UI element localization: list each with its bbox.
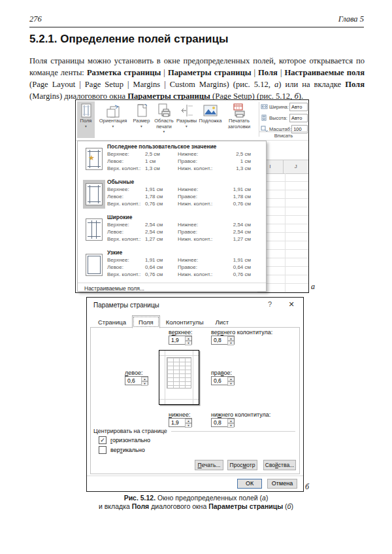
margin-preset-row: Левое:2,54 смПравое:2,54 см: [107, 228, 266, 235]
right-margin-label: правое:: [211, 370, 232, 376]
margin-preset-row: Верх. колонт.:1,3 смНижн. колонт.:1,3 см: [107, 165, 266, 172]
orientation-button[interactable]: Ориентация ▾: [96, 101, 130, 138]
spinner-down-icon[interactable]: ▼: [227, 423, 234, 428]
chevron-down-icon: ▾: [112, 124, 114, 128]
spinner-up-icon[interactable]: ▲: [141, 377, 148, 381]
spinner-arrows[interactable]: ▲▼: [185, 336, 191, 344]
ok-button[interactable]: ОК: [237, 479, 262, 489]
orientation-icon: [105, 103, 121, 118]
worksheet-gridline: [285, 173, 286, 292]
spinner-down-icon[interactable]: ▼: [141, 381, 148, 386]
spinner-arrows[interactable]: ▲▼: [185, 419, 191, 426]
chevron-down-icon: ▾: [85, 124, 87, 128]
horizontal-checkbox-label[interactable]: горизонтально: [110, 437, 150, 443]
running-head: 276 Глава 5: [29, 14, 364, 27]
spinner-down-icon[interactable]: ▼: [227, 341, 234, 345]
custom-margins-item[interactable]: Настраиваемые поля...: [78, 283, 266, 294]
spinner-arrows[interactable]: ▲▼: [227, 377, 234, 385]
left-margin-value[interactable]: 0,6: [125, 377, 141, 385]
bottom-margin-spinner[interactable]: 1,9 ▲▼: [169, 418, 192, 427]
caption-line-2: и вкладка Поля диалогового окна Параметр…: [0, 502, 392, 511]
center-on-page-label: Центрировать на странице: [93, 428, 167, 434]
bottom-header-value[interactable]: 0,8: [212, 419, 227, 426]
close-icon[interactable]: ✕: [285, 300, 298, 309]
spinner-up-icon[interactable]: ▲: [185, 419, 191, 423]
margin-preset[interactable]: Широкие Верхнее:2,54 смНижнее:2,54 см Ле…: [78, 212, 266, 247]
spinner-up-icon[interactable]: ▲: [185, 336, 191, 341]
top-margin-spinner[interactable]: 1,9 ▲▼: [169, 336, 192, 345]
spinner-down-icon[interactable]: ▼: [185, 423, 191, 428]
top-header-spinner[interactable]: 0,8 ▲▼: [211, 336, 235, 345]
orientation-button-label: Ориентация: [99, 118, 127, 124]
spinner-up-icon[interactable]: ▲: [227, 377, 234, 381]
page-size-icon: [135, 103, 148, 118]
right-margin-value[interactable]: 0,6: [212, 377, 227, 385]
print-area-button[interactable]: Область печати ▾: [153, 101, 175, 138]
bottom-header-spinner[interactable]: 0,8 ▲▼: [211, 418, 235, 427]
margin-preset[interactable]: ★ Последнее пользовательское значение Ве…: [78, 141, 266, 177]
ribbon: Поля ▾ Ориентация ▾ Размер ▾: [76, 100, 308, 141]
margins-button[interactable]: Поля ▾: [77, 101, 95, 138]
margin-preset[interactable]: Обычные Верхнее:1,91 смНижнее:1,91 см Ле…: [78, 177, 266, 212]
top-margin-label: верхнее:: [169, 329, 193, 336]
figure-b-page-setup-dialog: Параметры страницы ? ✕ Страница Поля Кол…: [86, 297, 304, 492]
width-icon: [261, 103, 268, 110]
margin-preset-row: Верхнее:2,5 смНижнее:2,5 см: [107, 150, 266, 158]
spinner-up-icon[interactable]: ▲: [227, 336, 234, 341]
margin-preset-row: Верх. колонт.:0,76 смНижн. колонт.:0,76 …: [107, 200, 266, 207]
height-value[interactable]: Авто: [289, 114, 308, 122]
spinner-down-icon[interactable]: ▼: [227, 381, 234, 386]
spinner-up-icon[interactable]: ▲: [227, 419, 234, 423]
spinner-arrows[interactable]: ▲▼: [227, 419, 234, 426]
tab-header-footer[interactable]: Колонтитулы: [160, 317, 210, 328]
properties-button[interactable]: Свойства...: [263, 460, 296, 470]
margin-preset-row: Верхнее:2,54 смНижнее:2,54 см: [107, 221, 266, 228]
spinner-down-icon[interactable]: ▼: [185, 341, 191, 345]
help-button[interactable]: ?: [264, 300, 276, 308]
margin-preset-name: Узкие: [107, 249, 266, 256]
right-margin-spinner[interactable]: 0,6 ▲▼: [211, 376, 235, 385]
margin-preset-icon: [83, 215, 105, 244]
page-breaks-icon: [180, 103, 194, 118]
horizontal-checkbox-row: ✓ горизонтально: [99, 436, 150, 444]
preview-guide: [159, 399, 199, 400]
watermark-button-label: Подложка: [199, 118, 222, 124]
margin-preset-name: Последнее пользовательское значение: [107, 143, 266, 150]
bottom-margin-value[interactable]: 1,9: [169, 419, 185, 426]
tab-margins[interactable]: Поля: [132, 315, 160, 328]
width-label: Ширина:: [269, 104, 289, 110]
breaks-button[interactable]: Разрывы ▾: [176, 101, 197, 138]
preview-button[interactable]: Просмотр: [227, 460, 257, 470]
vertical-checkbox-label[interactable]: вертикально: [110, 447, 145, 453]
spinner-arrows[interactable]: ▲▼: [141, 377, 148, 385]
size-button[interactable]: Размер ▾: [131, 101, 152, 138]
bottom-margin-label: нижнее:: [169, 411, 191, 418]
vertical-checkbox[interactable]: [99, 446, 106, 454]
watermark-icon: [203, 103, 218, 118]
dialog-footer-divider: [87, 476, 303, 476]
print-button[interactable]: Печать...: [195, 460, 223, 470]
horizontal-checkbox[interactable]: ✓: [99, 436, 106, 444]
width-value[interactable]: Авто: [289, 103, 308, 111]
tab-sheet[interactable]: Лист: [209, 317, 235, 328]
margin-presets-list: ★ Последнее пользовательское значение Ве…: [78, 141, 266, 283]
top-header-value[interactable]: 0,8: [212, 336, 227, 344]
column-header[interactable]: J: [284, 160, 309, 173]
chevron-down-icon: ▾: [140, 124, 142, 128]
print-titles-button[interactable]: Печатать заголовки: [223, 101, 255, 138]
print-titles-icon: [231, 103, 247, 118]
figure-part-label-b: б: [305, 482, 309, 492]
top-margin-value[interactable]: 1,9: [169, 336, 185, 344]
margins-button-label: Поля: [80, 118, 92, 124]
cancel-button[interactable]: Отмена: [267, 479, 297, 489]
figure-caption: Рис. 5.12. Окно предопределенных полей (…: [0, 494, 392, 511]
chapter-label: Глава 5: [338, 14, 364, 24]
tab-page[interactable]: Страница: [92, 317, 132, 328]
print-area-button-label: Область печати: [153, 118, 175, 130]
left-margin-spinner[interactable]: 0,6 ▲▼: [125, 376, 148, 385]
margin-preset-name: Широкие: [107, 214, 266, 221]
body-paragraph: Поля страницы можно установить в окне пр…: [29, 55, 365, 102]
watermark-button[interactable]: Подложка: [198, 101, 223, 138]
spinner-arrows[interactable]: ▲▼: [227, 336, 234, 344]
margin-preset[interactable]: Узкие Верхнее:1,91 смНижнее:1,91 см Лево…: [78, 247, 266, 283]
